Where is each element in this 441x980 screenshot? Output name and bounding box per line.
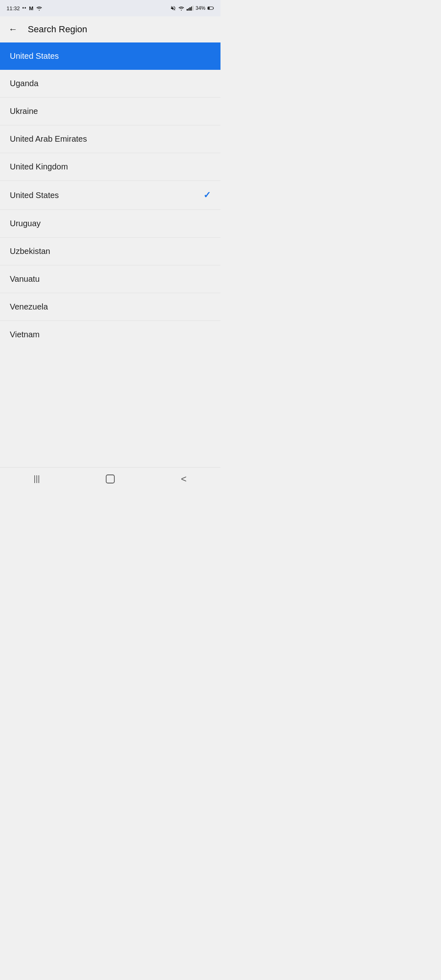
list-item[interactable]: Vietnam — [0, 321, 220, 348]
back-button[interactable]: ← — [7, 23, 20, 36]
mute-icon — [170, 5, 176, 11]
battery-icon — [207, 6, 214, 11]
list-item[interactable]: Uganda — [0, 70, 220, 98]
gmail-icon: M — [29, 5, 33, 11]
svg-rect-1 — [213, 7, 214, 9]
list-item[interactable]: Uzbekistan — [0, 238, 220, 265]
list-item-label: Vietnam — [10, 330, 40, 339]
svg-rect-3 — [106, 475, 114, 483]
list-item[interactable]: Venezuela — [0, 293, 220, 321]
dot-icons: •• — [22, 5, 27, 11]
time-display: 11:32 — [7, 5, 20, 11]
list-item[interactable]: Ukraine — [0, 98, 220, 125]
list-item-label: Ukraine — [10, 107, 38, 116]
list-item-label: Uganda — [10, 79, 38, 88]
svg-rect-2 — [208, 7, 209, 9]
wifi-icon-status — [178, 6, 185, 11]
list-item[interactable]: Vanuatu — [0, 265, 220, 293]
region-list: UgandaUkraineUnited Arab EmiratesUnited … — [0, 70, 220, 348]
recents-icon: ||| — [33, 474, 40, 483]
status-left: 11:32 •• M — [7, 5, 42, 11]
home-button[interactable] — [94, 471, 127, 487]
list-item-label: United States — [10, 191, 59, 200]
battery-percent: 34% — [196, 5, 205, 11]
home-icon — [105, 473, 116, 485]
status-bar: 11:32 •• M 34% — [0, 0, 220, 16]
list-item[interactable]: Uruguay — [0, 210, 220, 238]
selected-region-label: United States — [10, 51, 59, 61]
list-item-label: Uruguay — [10, 219, 41, 228]
list-item-label: United Kingdom — [10, 162, 68, 172]
list-item-label: Vanuatu — [10, 274, 40, 284]
header: ← Search Region — [0, 16, 220, 42]
list-item[interactable]: United States✓ — [0, 181, 220, 210]
back-nav-icon: < — [181, 473, 187, 485]
recents-button[interactable]: ||| — [20, 471, 53, 487]
list-item-label: United Arab Emirates — [10, 134, 87, 144]
signal-icon — [187, 6, 194, 11]
nav-bar: ||| < — [0, 467, 220, 490]
list-item-label: Uzbekistan — [10, 247, 50, 256]
page-title: Search Region — [28, 24, 87, 35]
back-arrow-icon: ← — [9, 24, 18, 35]
selected-checkmark-icon: ✓ — [203, 190, 211, 200]
back-nav-button[interactable]: < — [167, 471, 200, 487]
status-right: 34% — [170, 5, 214, 11]
selected-region-item[interactable]: United States — [0, 42, 220, 70]
list-item[interactable]: United Arab Emirates — [0, 125, 220, 153]
wifi-icon — [36, 6, 42, 11]
list-item-label: Venezuela — [10, 302, 48, 312]
list-item[interactable]: United Kingdom — [0, 153, 220, 181]
